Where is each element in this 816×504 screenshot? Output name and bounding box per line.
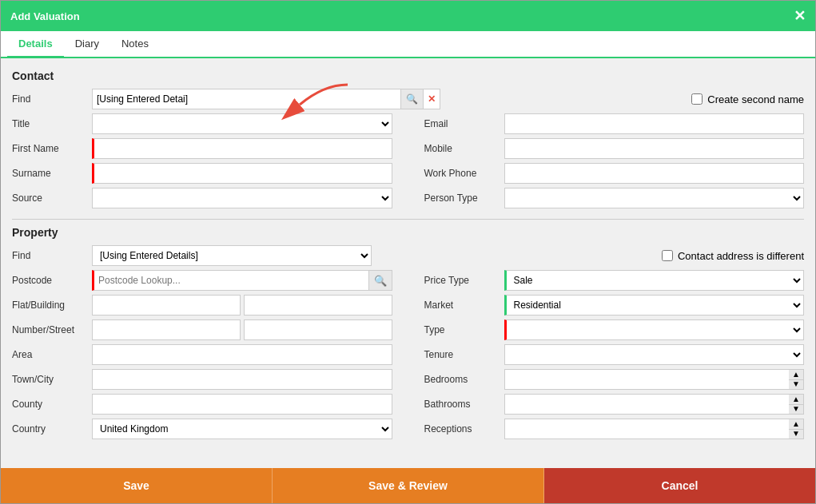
person-type-row: Person Type (424, 188, 805, 208)
property-fields: Postcode 🔍 Flat/Building Numbe (12, 270, 804, 443)
tabs-bar: Details Diary Notes (1, 31, 815, 58)
property-section-title: Property (12, 226, 804, 239)
receptions-increment-button[interactable]: ▲ (789, 419, 803, 430)
county-input[interactable] (92, 394, 392, 415)
street-input[interactable] (244, 319, 392, 340)
create-second-name-row: Create second name (691, 93, 804, 105)
find-contact-input[interactable] (92, 89, 401, 109)
contact-fields: Title Mr Mrs Miss Dr First Name (12, 113, 804, 212)
bedrooms-label: Bedrooms (424, 374, 504, 385)
work-phone-input[interactable] (504, 163, 805, 184)
bedrooms-spinner: ▲ ▼ (504, 369, 805, 390)
create-second-name-checkbox[interactable] (691, 93, 703, 105)
price-type-select[interactable]: Sale Rent Both (504, 270, 805, 291)
modal-header: Add Valuation ✕ (1, 1, 815, 31)
type-label: Type (424, 324, 504, 335)
contact-right: Email Mobile Work Phone Person Type (408, 113, 805, 212)
contact-left: Title Mr Mrs Miss Dr First Name (12, 113, 392, 212)
tenure-label: Tenure (424, 349, 504, 360)
mobile-input[interactable] (504, 138, 805, 159)
postcode-input-group: 🔍 (92, 270, 392, 291)
market-select[interactable]: Residential Commercial (504, 295, 805, 315)
work-phone-row: Work Phone (424, 163, 805, 184)
country-select-group: United Kingdom Ireland Other (92, 419, 392, 439)
property-left: Postcode 🔍 Flat/Building Numbe (12, 270, 392, 443)
bedrooms-decrement-button[interactable]: ▼ (789, 380, 803, 390)
source-select[interactable] (92, 188, 392, 208)
contact-section-title: Contact (12, 69, 804, 82)
cancel-button[interactable]: Cancel (544, 468, 815, 503)
tab-details[interactable]: Details (7, 31, 64, 58)
save-review-button[interactable]: Save & Review (272, 468, 544, 503)
title-select[interactable]: Mr Mrs Miss Dr (92, 113, 392, 134)
first-name-row: First Name (12, 138, 392, 159)
tab-notes[interactable]: Notes (110, 31, 160, 58)
email-label: Email (424, 118, 504, 129)
town-city-row: Town/City (12, 369, 392, 390)
town-city-label: Town/City (12, 374, 92, 385)
title-label: Title (12, 118, 92, 129)
source-label: Source (12, 192, 92, 204)
receptions-spinner: ▲ ▼ (504, 419, 805, 439)
type-select[interactable] (504, 319, 805, 340)
country-label: Country (12, 423, 92, 435)
modal-close-button[interactable]: ✕ (794, 7, 806, 25)
save-button[interactable]: Save (1, 468, 272, 503)
bathrooms-spinner-buttons: ▲ ▼ (789, 394, 804, 415)
find-contact-search-button[interactable]: 🔍 (401, 89, 424, 109)
person-type-label: Person Type (424, 192, 504, 204)
bedrooms-row: Bedrooms ▲ ▼ (424, 369, 805, 390)
area-row: Area (12, 344, 392, 365)
town-city-input[interactable] (92, 369, 392, 390)
first-name-input[interactable] (92, 138, 392, 159)
find-contact-label: Find (12, 93, 92, 105)
country-select[interactable]: United Kingdom Ireland Other (92, 419, 392, 439)
modal-body: Contact Find 🔍 ✕ (1, 58, 815, 468)
bathrooms-label: Bathrooms (424, 399, 504, 410)
flat-building-row: Flat/Building (12, 295, 392, 315)
price-type-row: Price Type Sale Rent Both (424, 270, 805, 291)
flat-input[interactable] (92, 295, 241, 315)
contact-address-different-label: Contact address is different (678, 250, 804, 262)
contact-address-different-row: Contact address is different (662, 250, 804, 262)
bathrooms-row: Bathrooms ▲ ▼ (424, 394, 805, 415)
number-street-label: Number/Street (12, 324, 92, 335)
surname-input[interactable] (92, 163, 392, 184)
person-type-select[interactable] (504, 188, 805, 208)
number-street-row: Number/Street (12, 319, 392, 340)
tenure-row: Tenure (424, 344, 805, 365)
surname-label: Surname (12, 168, 92, 179)
number-input[interactable] (92, 319, 241, 340)
find-contact-input-group: 🔍 ✕ (92, 89, 440, 109)
receptions-label: Receptions (424, 423, 504, 435)
bathrooms-increment-button[interactable]: ▲ (789, 395, 803, 405)
tab-diary[interactable]: Diary (64, 31, 110, 58)
bathrooms-input[interactable] (504, 394, 790, 415)
postcode-row: Postcode 🔍 (12, 270, 392, 291)
area-input[interactable] (92, 344, 392, 365)
receptions-input[interactable] (504, 419, 790, 439)
first-name-label: First Name (12, 143, 92, 154)
county-label: County (12, 399, 92, 410)
postcode-search-button[interactable]: 🔍 (369, 270, 392, 291)
building-input[interactable] (244, 295, 392, 315)
bedrooms-increment-button[interactable]: ▲ (789, 370, 803, 380)
bathrooms-decrement-button[interactable]: ▼ (789, 405, 803, 415)
create-second-name-label: Create second name (707, 93, 804, 105)
tenure-select[interactable] (504, 344, 805, 365)
postcode-input[interactable] (92, 270, 369, 291)
find-contact-clear-button[interactable]: ✕ (424, 89, 440, 109)
bedrooms-spinner-buttons: ▲ ▼ (789, 369, 804, 390)
email-row: Email (424, 113, 805, 134)
county-row: County (12, 394, 392, 415)
add-valuation-modal: Add Valuation ✕ Details Diary Notes Cont… (0, 0, 816, 504)
find-property-select[interactable]: [Using Entered Details] (92, 245, 372, 266)
receptions-decrement-button[interactable]: ▼ (789, 430, 803, 439)
email-input[interactable] (504, 113, 805, 134)
postcode-label: Postcode (12, 275, 92, 286)
bedrooms-input[interactable] (504, 369, 790, 390)
title-row: Title Mr Mrs Miss Dr (12, 113, 392, 134)
contact-address-different-checkbox[interactable] (662, 250, 673, 261)
country-row: Country United Kingdom Ireland Other (12, 419, 392, 439)
market-label: Market (424, 300, 504, 311)
